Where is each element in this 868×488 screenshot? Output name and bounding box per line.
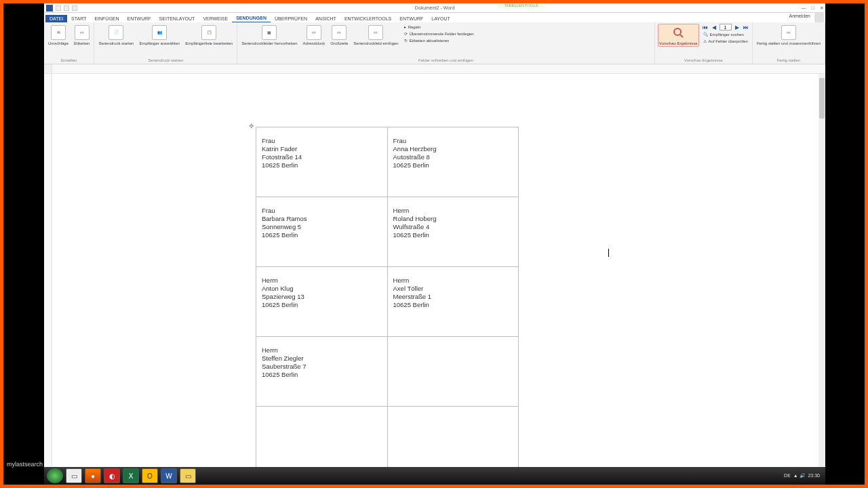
maximize-button[interactable]: □: [812, 5, 814, 11]
label-city: 10625 Berlin: [262, 231, 382, 239]
page-canvas[interactable]: ✥ Frau Katrin Fader Fotostraße 14 10625 …: [52, 74, 825, 475]
felder-hervorheben-label: Seriendruckfelder hervorheben: [241, 41, 297, 45]
taskbar-explorer[interactable]: ▭: [66, 468, 82, 483]
window-title: Dokument2 - Word: [415, 5, 455, 10]
label-cell-empty[interactable]: [387, 337, 518, 407]
taskbar-avira[interactable]: ◐: [104, 468, 120, 483]
label-cell[interactable]: Frau Barbara Ramos Sonnenweg 5 10625 Ber…: [256, 197, 388, 267]
label-cell-empty[interactable]: [387, 407, 518, 476]
etiketten-button[interactable]: ▭Etiketten: [73, 24, 91, 45]
etiketten-aktualisieren-button[interactable]: ↻Etiketten aktualisieren: [403, 37, 475, 43]
label-cell[interactable]: Frau Anna Herzberg Autostraße 8 10625 Be…: [387, 127, 518, 197]
merge-field-icon: ▭: [368, 25, 383, 40]
qat-undo-icon[interactable]: [64, 5, 69, 11]
ribbon: ✉Umschläge ▭Etiketten Erstellen 📄Seriend…: [44, 22, 825, 64]
vertical-ruler[interactable]: [44, 74, 52, 475]
empfaenger-auswaehlen-button[interactable]: 👥Empfänger auswählen: [138, 24, 181, 45]
label-salutation: Herrn: [262, 346, 382, 354]
adressblock-button[interactable]: ▭Adressblock: [302, 24, 327, 45]
tab-entwurf[interactable]: ENTWURF: [123, 15, 155, 22]
minimize-button[interactable]: —: [802, 5, 806, 11]
vorschau-ergebnisse-button[interactable]: Vorschau Ergebnisse: [658, 24, 699, 47]
tab-ansicht[interactable]: ANSICHT: [311, 15, 340, 22]
recipients-icon: 👥: [152, 25, 167, 40]
labels-table[interactable]: Frau Katrin Fader Fotostraße 14 10625 Be…: [256, 127, 519, 475]
taskbar-explorer-open[interactable]: ▭: [180, 468, 196, 483]
empfaenger-suchen-button[interactable]: 🔍Empfänger suchen: [702, 31, 749, 37]
tab-einfuegen[interactable]: EINFÜGEN: [90, 15, 123, 22]
windows-taskbar: ▭ ● ◐ X O W ▭ DE ▲ 🔊 23:30: [44, 467, 825, 485]
label-salutation: Herrn: [393, 277, 513, 285]
table-anchor-icon[interactable]: ✥: [249, 123, 254, 129]
fehler-pruefen-button[interactable]: ⚠Auf Fehler überprüfen: [702, 38, 749, 44]
grusszeile-button[interactable]: ▭Grußzeile: [329, 24, 349, 45]
tab-tt-layout[interactable]: LAYOUT: [427, 15, 454, 22]
tab-tt-entwurf[interactable]: ENTWURF: [395, 15, 427, 22]
preview-results-icon: [671, 25, 686, 40]
close-button[interactable]: ✕: [820, 5, 824, 11]
tab-ueberpruefen[interactable]: ÜBERPRÜFEN: [271, 15, 311, 22]
group-label-felder: Felder schreiben und einfügen: [240, 58, 652, 64]
ribbon-tabs: DATEI START EINFÜGEN ENTWURF SEITENLAYOU…: [44, 13, 825, 22]
taskbar-outlook[interactable]: O: [142, 468, 158, 483]
qat-save-icon[interactable]: [56, 5, 61, 11]
empfaengerliste-bearbeiten-button[interactable]: 📋Empfängerliste bearbeiten: [184, 24, 234, 45]
group-label-vorschau: Vorschau Ergebnisse: [658, 58, 749, 64]
label-cell[interactable]: Herrn Anton Klug Spazierweg 13 10625 Ber…: [256, 267, 388, 337]
nav-next-button[interactable]: ▶: [734, 24, 741, 30]
label-street: Fotostraße 14: [262, 153, 382, 161]
seriendruckfeld-button[interactable]: ▭Seriendruckfeld einfügen: [352, 24, 399, 45]
vertical-scrollbar[interactable]: [818, 74, 825, 475]
label-name: Anton Klug: [262, 285, 382, 293]
nav-last-button[interactable]: ⏭: [743, 24, 749, 30]
record-number-input[interactable]: [719, 24, 732, 30]
signin-link[interactable]: Anmelden: [789, 14, 810, 18]
taskbar-excel[interactable]: X: [123, 468, 139, 483]
nav-first-button[interactable]: ⏮: [702, 24, 709, 30]
label-city: 10625 Berlin: [393, 161, 513, 169]
label-cell[interactable]: Herrn Roland Hoberg Wulfstraße 4 10625 B…: [387, 197, 518, 267]
label-city: 10625 Berlin: [262, 161, 382, 169]
label-cell-empty[interactable]: [256, 407, 388, 476]
felder-hervorheben-button[interactable]: ▦Seriendruckfelder hervorheben: [240, 24, 298, 45]
label-city: 10625 Berlin: [393, 301, 513, 309]
tab-entwicklertools[interactable]: ENTWICKLERTOOLS: [340, 15, 395, 22]
mailmerge-icon: 📄: [108, 25, 123, 40]
greeting-line-icon: ▭: [332, 25, 347, 40]
system-tray[interactable]: DE ▲ 🔊 23:30: [784, 473, 823, 478]
regeln-button[interactable]: ▸Regeln: [403, 24, 475, 30]
tab-file[interactable]: DATEI: [45, 15, 67, 22]
tab-sendungen[interactable]: SENDUNGEN: [232, 14, 271, 22]
umschlaege-button[interactable]: ✉Umschläge: [47, 24, 70, 45]
nav-prev-button[interactable]: ◀: [711, 24, 717, 30]
label-name: Axel Töller: [393, 285, 513, 293]
tab-start[interactable]: START: [67, 15, 90, 22]
labels-icon: ▭: [75, 25, 90, 40]
seriendruck-starten-button[interactable]: 📄Seriendruck starten: [97, 24, 135, 45]
label-name: Steffen Ziegler: [262, 354, 382, 363]
label-cell[interactable]: Herrn Steffen Ziegler Sauberstraße 7 106…: [256, 337, 388, 407]
label-city: 10625 Berlin: [393, 231, 513, 239]
tray-keyboard[interactable]: DE: [784, 473, 791, 478]
group-label-fertig: Fertig stellen: [755, 58, 822, 64]
empfaengerliste-label: Empfängerliste bearbeiten: [185, 41, 233, 45]
taskbar-firefox[interactable]: ●: [85, 468, 101, 483]
tab-verweise[interactable]: VERWEISE: [199, 15, 232, 22]
user-avatar-icon[interactable]: [814, 13, 824, 22]
ribbon-group-felder: ▦Seriendruckfelder hervorheben ▭Adressbl…: [237, 22, 655, 64]
empfaenger-suchen-label: Empfänger suchen: [710, 33, 744, 37]
label-cell[interactable]: Frau Katrin Fader Fotostraße 14 10625 Be…: [256, 127, 388, 197]
ribbon-group-erstellen: ✉Umschläge ▭Etiketten Erstellen: [44, 22, 94, 64]
scrollbar-thumb[interactable]: [819, 78, 825, 119]
horizontal-ruler[interactable]: [44, 64, 825, 74]
fertig-stellen-button[interactable]: ▭Fertig stellen und zusammenführen: [755, 24, 822, 45]
taskbar-word[interactable]: W: [161, 468, 177, 483]
tab-seitenlayout[interactable]: SEITENLAYOUT: [155, 15, 199, 22]
edit-list-icon: 📋: [201, 25, 216, 40]
qat-redo-icon[interactable]: [72, 5, 77, 11]
label-cell[interactable]: Herrn Axel Töller Meerstraße 1 10625 Ber…: [387, 267, 518, 337]
start-button[interactable]: [47, 468, 63, 483]
felder-festlegen-button[interactable]: ⟳Übereinstimmende Felder festlegen: [403, 30, 475, 37]
ribbon-group-seriendruck: 📄Seriendruck starten 👥Empfänger auswähle…: [94, 22, 237, 64]
seriendruckfeld-label: Seriendruckfeld einfügen: [353, 41, 398, 45]
